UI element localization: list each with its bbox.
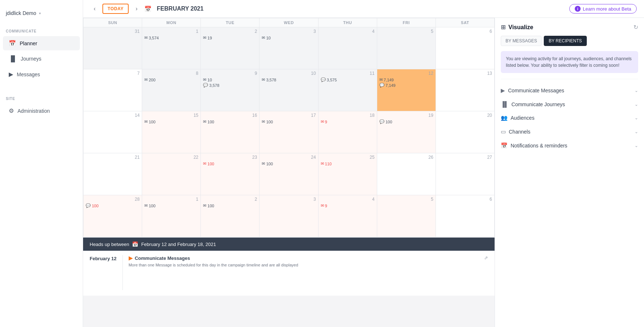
account-name: jdidlick Demo	[6, 10, 36, 16]
entry-icon: ✉	[144, 119, 148, 124]
day-entry: 💬3,578	[203, 83, 257, 88]
calendar-cell[interactable]: 20	[436, 111, 494, 153]
heads-up-date-range: February 12 and February 18, 2021	[141, 242, 216, 247]
calendar-cell[interactable]: 5	[377, 195, 436, 237]
day-entry: ✉100	[203, 161, 257, 166]
heads-up-text: Heads up between	[90, 242, 129, 247]
calendar-cell[interactable]: 26	[377, 153, 436, 195]
site-section-label: SITE	[0, 91, 83, 103]
calendar-cell[interactable]: 23✉100	[201, 153, 259, 195]
day-entry: 💬3,575	[321, 77, 375, 82]
calendar-cell[interactable]: 13	[436, 69, 494, 111]
main-content: ‹ TODAY › 📅 FEBRUARY 2021 i Learn more a…	[83, 0, 644, 327]
next-month-button[interactable]: ›	[132, 4, 141, 14]
day-number: 15	[144, 113, 198, 119]
entry-icon: ✉	[262, 77, 265, 82]
calendar-cell[interactable]: 3✉10	[259, 27, 318, 69]
sidebar-item-administration[interactable]: ⚙ Administration	[3, 104, 80, 118]
day-entry: ✉100	[262, 119, 316, 124]
beta-badge[interactable]: i Learn more about Beta	[569, 4, 637, 14]
day-number: 8	[144, 71, 198, 77]
day-entry: ✉10	[262, 35, 316, 40]
entry-count: 7,149	[384, 78, 394, 82]
entry-icon: 💬	[379, 119, 385, 124]
filter-item-left: ▐▌ Communicate Journeys	[501, 101, 565, 107]
calendar-cell[interactable]: 18✉9	[318, 111, 377, 153]
calendar-cell[interactable]: 6	[436, 27, 494, 69]
calendar-cell[interactable]: 2✉100	[201, 195, 259, 237]
day-entry: ✉100	[203, 119, 257, 124]
calendar-cell[interactable]: 4✉9	[318, 195, 377, 237]
calendar-cell[interactable]: 11💬3,575	[318, 69, 377, 111]
filter-item[interactable]: 📅 Notifications & reminders ⌄	[501, 139, 638, 153]
calendar-cell[interactable]: 17✉100	[259, 111, 318, 153]
account-selector[interactable]: jdidlick Demo ▾	[0, 6, 83, 23]
calendar-cell[interactable]: 6	[436, 195, 494, 237]
by-messages-button[interactable]: BY MESSAGES	[501, 36, 542, 46]
sidebar-item-messages[interactable]: ▶ Messages	[3, 67, 80, 81]
day-number: 24	[262, 155, 316, 161]
calendar-cell[interactable]: 1✉100	[142, 195, 201, 237]
calendar-cell[interactable]: 2✉19	[201, 27, 259, 69]
filter-item[interactable]: 👥 Audiences ⌄	[501, 111, 638, 125]
entry-icon: ✉	[144, 77, 148, 82]
filter-item[interactable]: ▭ Channels ⌄	[501, 125, 638, 139]
heads-up-cal-icon: 📅	[132, 241, 138, 247]
today-button[interactable]: TODAY	[102, 4, 129, 14]
calendar-cell[interactable]: 4	[318, 27, 377, 69]
entry-icon: ✉	[203, 161, 206, 166]
day-entry: ✉7,149	[379, 77, 433, 82]
calendar-cell[interactable]: 28💬100	[83, 195, 142, 237]
sidebar-item-journeys-label: Journeys	[21, 56, 42, 62]
calendar-cell[interactable]: 1✉3,574	[142, 27, 201, 69]
calendar-cell[interactable]: 21	[83, 153, 142, 195]
calendar-cell[interactable]: 15✉100	[142, 111, 201, 153]
day-entry: 💬100	[86, 203, 140, 208]
entry-icon: 💬	[321, 77, 326, 82]
sidebar-item-planner[interactable]: 📅 Planner	[3, 36, 80, 50]
beta-label: Learn more about Beta	[583, 6, 631, 12]
refresh-icon[interactable]: ↻	[633, 24, 638, 31]
calendar-cell[interactable]: 8✉200	[142, 69, 201, 111]
entry-icon: ✉	[379, 77, 383, 82]
by-recipients-button[interactable]: BY RECIPIENTS	[544, 36, 586, 46]
calendar-cell[interactable]: 7	[83, 69, 142, 111]
month-label: FEBRUARY 2021	[157, 5, 203, 12]
prev-month-button[interactable]: ‹	[90, 4, 99, 14]
day-number: 2	[203, 197, 257, 203]
bottom-event: ▶ Communicate Messages More than one Mes…	[129, 255, 488, 268]
day-number: 20	[438, 113, 492, 119]
calendar-cell[interactable]: 16✉100	[201, 111, 259, 153]
day-number: 17	[262, 113, 316, 119]
calendar-cell[interactable]: 5	[377, 27, 436, 69]
filter-item[interactable]: ▐▌ Communicate Journeys ⌄	[501, 97, 638, 111]
calendar-cell[interactable]: 22	[142, 153, 201, 195]
calendar-cell[interactable]: 19💬100	[377, 111, 436, 153]
filter-item-left: 📅 Notifications & reminders	[501, 142, 567, 149]
day-number: 11	[321, 71, 375, 77]
calendar-cell[interactable]: 14	[83, 111, 142, 153]
day-number: 14	[86, 113, 140, 119]
calendar-cell[interactable]: 31	[83, 27, 142, 69]
calendar-cell[interactable]: 3	[259, 195, 318, 237]
day-number: 2	[203, 29, 257, 35]
calendar-body: SUNMONTUEWEDTHUFRISAT 311✉3,5742✉193✉104…	[83, 18, 644, 327]
calendar-cell[interactable]: 9✉10💬3,578	[201, 69, 259, 111]
filter-chevron-icon: ⌄	[635, 88, 638, 93]
calendar-cell[interactable]: 24✉100	[259, 153, 318, 195]
external-link-icon[interactable]: ⇗	[484, 255, 488, 261]
filter-item[interactable]: ▶ Communicate Messages ⌄	[501, 84, 638, 97]
heads-up-bar: Heads up between 📅 February 12 and Febru…	[83, 238, 495, 251]
entry-count: 9	[325, 204, 327, 208]
calendar-cell[interactable]: 25✉110	[318, 153, 377, 195]
day-number: 12	[379, 71, 433, 77]
entry-count: 100	[207, 204, 214, 208]
calendar-cell[interactable]: 12✉7,149💬7,149	[377, 69, 436, 111]
day-number: 3	[262, 29, 316, 35]
planner-icon: 📅	[9, 40, 16, 47]
calendar-cell[interactable]: 27	[436, 153, 494, 195]
sidebar-item-journeys[interactable]: ▐▌ Journeys	[3, 52, 80, 66]
calendar-cell[interactable]: 10✉3,578	[259, 69, 318, 111]
day-number: 5	[379, 197, 433, 203]
filter-item-left: ▶ Communicate Messages	[501, 87, 564, 94]
